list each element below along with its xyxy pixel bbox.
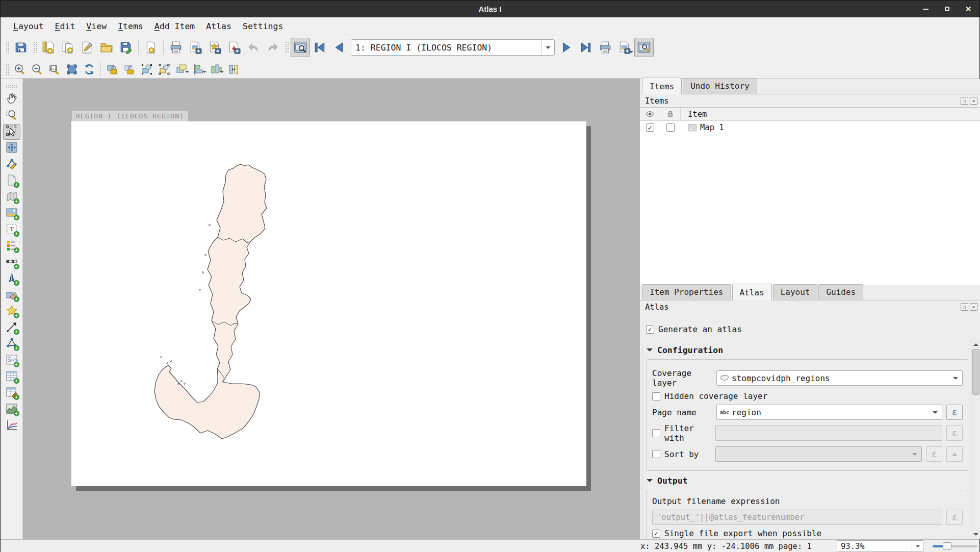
tab-atlas[interactable]: Atlas [732,284,772,300]
add-arrow-button[interactable]: + [3,320,20,336]
export-atlas-button[interactable] [615,38,634,57]
close-panel-icon[interactable]: ✕ [970,97,977,105]
close-panel-icon[interactable]: ✕ [970,303,977,311]
export-svg-button[interactable] [205,38,224,57]
page-name-expression-button[interactable]: ε [946,405,963,420]
menu-settings[interactable]: Settings [237,19,289,33]
add-page-button[interactable]: + [3,173,20,189]
map1-visibility-checkbox[interactable] [646,123,654,132]
add-chart-button[interactable] [3,418,20,434]
atlas-last-feature-button[interactable] [576,38,596,57]
items-tree-row-map1[interactable]: Map 1 [640,121,980,134]
raise-items-button[interactable] [173,62,190,77]
menu-view[interactable]: View [81,19,112,33]
ungroup-items-button[interactable] [156,62,173,77]
zoom-out-button[interactable] [29,62,46,77]
new-report-button[interactable] [39,38,58,57]
menu-add-item[interactable]: Add Item [149,19,200,33]
add-scalebar-button[interactable]: + [3,255,20,270]
output-filename-input[interactable]: 'output_'||@atlas_featurenumber [652,510,942,525]
add-label-button[interactable]: T+ [3,222,20,238]
tab-layout[interactable]: Layout [773,284,818,300]
tab-undo-history[interactable]: Undo History [683,78,757,94]
redo-button[interactable] [263,38,282,57]
pan-tool-button[interactable] [3,91,20,107]
save-as-template-button[interactable] [116,38,136,57]
add-map-button[interactable]: + [3,189,20,205]
zoom-level-combobox[interactable]: 93.3% [837,540,923,552]
menu-edit[interactable]: Edit [49,19,81,33]
add-legend-button[interactable]: + [3,238,20,254]
add-node-item-button[interactable]: + [3,336,20,352]
lock-items-button[interactable] [104,62,121,77]
add-fixed-table-button[interactable]: + [3,385,20,401]
close-button[interactable]: ✕ [964,5,972,13]
menu-layout[interactable]: Layout [8,19,49,33]
add-attribute-table-button[interactable]: + [3,369,20,385]
zoom-tool-button[interactable] [3,108,20,123]
add-picture-button[interactable]: + [3,206,20,221]
toolbar-handle[interactable] [5,63,9,76]
scroll-up-icon[interactable] [972,341,979,348]
add-marker-button[interactable]: + [3,304,20,319]
zoom-full-button[interactable] [63,62,81,77]
group-items-button[interactable] [138,62,156,77]
zoom-slider[interactable] [933,540,978,552]
add-pages-button[interactable] [141,38,161,57]
zoom-actual-button[interactable]: 1:1 [46,62,63,77]
select-move-item-button[interactable] [3,124,20,140]
single-file-checkbox[interactable] [652,530,660,538]
zoom-in-button[interactable] [11,62,29,77]
add-north-arrow-button[interactable]: + [3,271,20,287]
add-elevation-profile-button[interactable]: + [3,402,20,417]
toolbar-handle[interactable] [33,41,37,54]
tab-guides[interactable]: Guides [818,284,863,300]
atlas-settings-button[interactable] [634,38,654,57]
duplicate-layout-button[interactable] [58,38,78,57]
layout-page[interactable] [71,121,586,486]
sort-by-checkbox[interactable] [652,450,660,458]
generate-atlas-checkbox[interactable] [646,325,654,334]
unlock-all-button[interactable] [121,62,138,77]
print-button[interactable] [166,38,186,57]
move-item-content-button[interactable] [3,140,20,156]
map1-lock-checkbox[interactable] [666,123,675,132]
atlas-feature-combobox[interactable]: 1: REGION I (ILOCOS REGION) [351,39,555,56]
maximize-button[interactable] [943,5,951,13]
slider-handle[interactable] [943,542,951,550]
hidden-coverage-checkbox[interactable] [652,392,660,400]
print-atlas-button[interactable] [596,38,615,57]
layout-canvas[interactable]: REGION I (ILOCOS REGION) [23,79,639,539]
filter-with-checkbox[interactable] [652,429,660,437]
save-project-button[interactable] [11,38,31,57]
atlas-feature-dropdown[interactable] [541,40,554,55]
filter-with-input[interactable] [715,425,942,441]
float-panel-icon[interactable]: ❐ [961,97,968,105]
atlas-preview-button[interactable] [291,38,310,57]
atlas-scrollbar[interactable] [971,340,980,539]
layout-manager-button[interactable] [78,38,97,57]
menu-atlas[interactable]: Atlas [200,19,237,33]
atlas-first-feature-button[interactable] [310,38,329,57]
menu-items[interactable]: Items [112,19,149,33]
distribute-items-button[interactable] [208,62,225,77]
add-html-button[interactable]: </>+ [3,353,20,368]
float-panel-icon[interactable]: ❐ [961,303,968,311]
add-shape-button[interactable]: + [3,287,20,303]
toolbar-handle[interactable] [6,85,18,88]
open-layout-button[interactable] [97,38,116,57]
scroll-down-icon[interactable] [972,531,979,538]
page-name-combobox[interactable]: abc region [716,405,942,420]
export-image-button[interactable] [186,38,205,57]
undo-button[interactable] [244,38,263,57]
configuration-section-header[interactable]: Configuration [647,345,980,355]
coverage-layer-combobox[interactable]: stompcovidph_regions [716,370,963,386]
align-items-button[interactable] [190,62,208,77]
export-pdf-button[interactable] [224,38,244,57]
scrollbar-thumb[interactable] [972,349,979,395]
toolbar-handle[interactable] [285,41,289,54]
output-section-header[interactable]: Output [647,476,980,486]
tab-item-properties[interactable]: Item Properties [642,284,731,300]
resize-items-button[interactable] [225,62,242,77]
atlas-next-feature-button[interactable] [557,38,576,57]
